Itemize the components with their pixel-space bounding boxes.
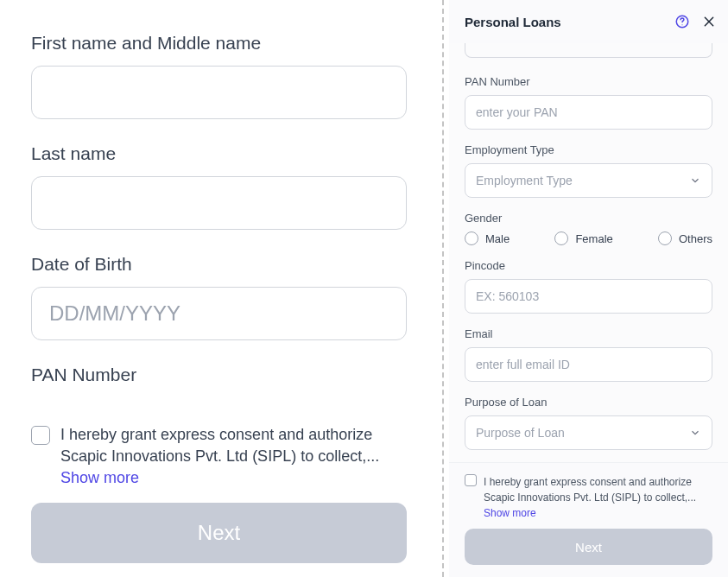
gender-radio-male[interactable]: Male [465, 231, 510, 245]
first-middle-name-label: First name and Middle name [31, 33, 407, 54]
help-icon[interactable] [674, 14, 690, 29]
first-middle-name-input[interactable] [31, 66, 407, 119]
chevron-down-icon [689, 427, 701, 439]
consent-text: I hereby grant express consent and autho… [60, 426, 379, 465]
purpose-select[interactable]: Purpose of Loan [465, 415, 712, 450]
right-panel: Personal Loans PAN Number Employment Typ… [449, 0, 728, 577]
radio-icon [465, 231, 478, 245]
dob-input[interactable] [31, 287, 407, 340]
radio-icon [658, 231, 672, 245]
employment-type-value: Employment Type [476, 174, 573, 187]
radio-icon [554, 231, 568, 245]
dob-label: Date of Birth [31, 254, 407, 275]
pincode-label: Pincode [465, 259, 712, 272]
employment-type-label: Employment Type [465, 143, 712, 156]
close-icon[interactable] [702, 15, 716, 29]
consent-row: I hereby grant express consent and autho… [31, 424, 407, 487]
email-input[interactable] [465, 347, 712, 382]
email-label: Email [465, 327, 712, 340]
right-consent-row: I hereby grant express consent and autho… [465, 473, 712, 520]
gender-label: Gender [465, 212, 712, 225]
pan-label: PAN Number [465, 75, 712, 88]
pan-input[interactable] [465, 95, 712, 130]
right-header: Personal Loans [449, 0, 728, 43]
left-form: First name and Middle name Last name Dat… [0, 0, 438, 577]
right-bottom-bar: I hereby grant express consent and autho… [449, 462, 728, 577]
right-consent-checkbox[interactable] [465, 474, 477, 486]
right-show-more-link[interactable]: Show more [484, 507, 536, 519]
next-button[interactable]: Next [31, 503, 407, 563]
partial-field-top [465, 43, 712, 58]
right-next-button[interactable]: Next [465, 529, 712, 565]
pincode-input[interactable] [465, 279, 712, 314]
right-form-body: PAN Number Employment Type Employment Ty… [449, 43, 728, 450]
last-name-label: Last name [31, 143, 407, 164]
show-more-link[interactable]: Show more [60, 469, 407, 487]
gender-radio-others[interactable]: Others [658, 231, 712, 245]
pan-number-label: PAN Number [31, 365, 407, 385]
gender-radio-group: Male Female Others [465, 231, 712, 245]
gender-radio-female[interactable]: Female [554, 231, 612, 245]
svg-point-1 [681, 24, 682, 25]
purpose-value: Purpose of Loan [476, 426, 565, 440]
gender-male-label: Male [485, 232, 510, 245]
right-consent-text: I hereby grant express consent and autho… [484, 476, 696, 504]
vertical-divider [442, 0, 444, 577]
gender-female-label: Female [575, 232, 612, 245]
purpose-label: Purpose of Loan [465, 396, 712, 409]
consent-checkbox[interactable] [31, 426, 50, 445]
chevron-down-icon [689, 174, 701, 187]
gender-others-label: Others [679, 232, 712, 245]
employment-type-select[interactable]: Employment Type [465, 163, 712, 198]
panel-title: Personal Loans [465, 15, 561, 29]
left-bottom-bar: I hereby grant express consent and autho… [0, 409, 438, 577]
last-name-input[interactable] [31, 176, 407, 230]
